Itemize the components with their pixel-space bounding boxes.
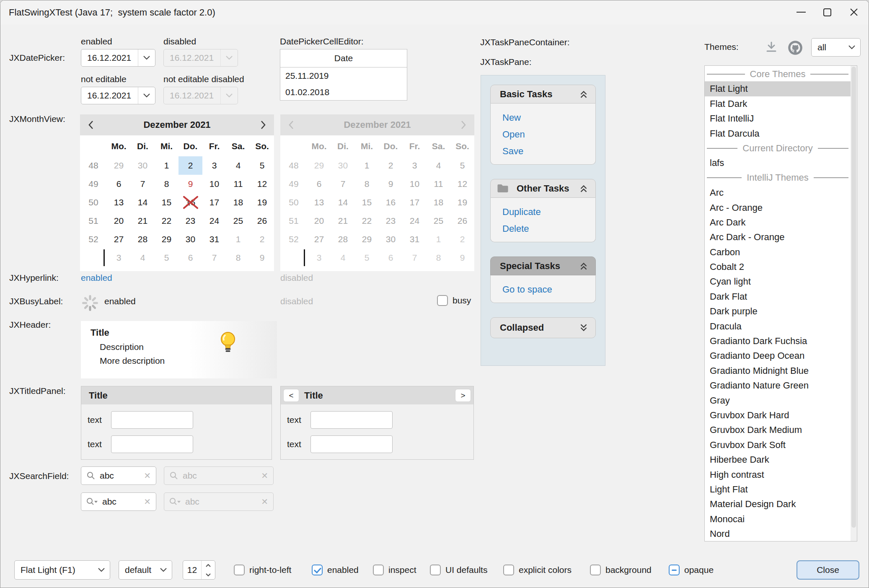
calendar-day-cell[interactable]: 26	[250, 212, 274, 230]
calendar-day-cell[interactable]: 4	[226, 156, 250, 175]
scrollbar[interactable]	[851, 66, 857, 541]
theme-item[interactable]: Gradianto Dark Fuchsia	[705, 334, 851, 348]
theme-item[interactable]: Cyan light	[705, 274, 851, 289]
checkbox-right-to-left[interactable]: right-to-left	[234, 560, 291, 580]
calendar-day-cell[interactable]: 30	[178, 230, 202, 249]
calendar-day-cell[interactable]: 24	[202, 212, 226, 230]
next-month-button[interactable]	[260, 120, 266, 130]
checkbox-box[interactable]	[503, 565, 514, 575]
theme-item[interactable]: Arc	[705, 185, 851, 200]
collapse-icon[interactable]	[578, 89, 589, 100]
theme-item[interactable]: Dark Flat	[705, 289, 851, 304]
taskpane-link[interactable]: Duplicate	[502, 207, 595, 218]
calendar-day-cell[interactable]: 23	[178, 212, 202, 230]
datepicker-dropdown-button[interactable]	[138, 49, 155, 66]
calendar-day-cell[interactable]: 16	[178, 193, 202, 212]
download-icon[interactable]	[764, 40, 779, 57]
calendar-day-cell[interactable]: 27	[107, 230, 131, 249]
datepicker-not-editable[interactable]: 16.12.2021	[81, 87, 155, 104]
datepicker-value[interactable]: 16.12.2021	[81, 49, 138, 66]
spinner-value[interactable]: 12	[183, 561, 201, 579]
calendar-day-cell[interactable]: 10	[202, 175, 226, 193]
theme-item[interactable]: Gruvbox Dark Medium	[705, 422, 851, 437]
checkbox-box[interactable]	[430, 565, 441, 575]
theme-item[interactable]: Light Flat	[705, 482, 851, 497]
calendar-day-cell[interactable]: 31	[202, 230, 226, 249]
font-combo[interactable]: default	[119, 560, 172, 580]
expand-icon[interactable]	[578, 322, 589, 333]
close-button[interactable]: Close	[797, 560, 859, 580]
checkbox-box[interactable]	[437, 295, 448, 306]
calendar-day-cell[interactable]: 12	[250, 175, 274, 193]
theme-item[interactable]: Gradianto Midnight Blue	[705, 363, 851, 378]
taskpane-link[interactable]: Open	[502, 129, 595, 140]
theme-item[interactable]: Flat Light	[705, 81, 851, 96]
checkbox-box[interactable]	[373, 565, 384, 575]
spinner-down-button[interactable]	[202, 570, 215, 579]
calendar-day-cell[interactable]: 4	[131, 249, 155, 267]
spinner-up-button[interactable]	[202, 561, 215, 570]
github-icon[interactable]	[786, 39, 804, 59]
panel-left-button[interactable]: <	[283, 389, 299, 402]
checkbox-box[interactable]	[312, 565, 323, 575]
calendar-day-cell[interactable]: 28	[131, 230, 155, 249]
taskpane-link[interactable]: Save	[502, 146, 595, 157]
calendar-day-cell[interactable]: 9	[250, 249, 274, 267]
clear-icon[interactable]: ✕	[144, 497, 151, 507]
theme-item[interactable]: Carbon	[705, 245, 851, 259]
search-field-enabled[interactable]: abc ✕	[81, 466, 156, 485]
collapse-icon[interactable]	[578, 183, 589, 194]
theme-item[interactable]: Dark purple	[705, 304, 851, 319]
collapse-icon[interactable]	[578, 261, 589, 272]
theme-item[interactable]: Dracula	[705, 319, 851, 334]
calendar-day-cell[interactable]: 8	[155, 175, 178, 193]
calendar-day-cell[interactable]: 21	[131, 212, 155, 230]
calendar-day-cell[interactable]: 29	[107, 156, 131, 175]
calendar-day-cell[interactable]: 7	[131, 175, 155, 193]
checkbox-explicit-colors[interactable]: explicit colors	[503, 560, 572, 580]
calendar-day-cell[interactable]: 7	[202, 249, 226, 267]
calendar-day-cell[interactable]: 2	[250, 230, 274, 249]
calendar-day-cell[interactable]: 2	[178, 156, 202, 175]
search-field-with-menu-enabled[interactable]: abc ✕	[81, 492, 156, 511]
calendar-day-cell[interactable]: 25	[226, 212, 250, 230]
calendar-day-cell[interactable]: 22	[155, 212, 178, 230]
calendar-day-cell[interactable]: 19	[250, 193, 274, 212]
datepicker-enabled[interactable]: 16.12.2021	[81, 49, 155, 67]
theme-item[interactable]: Arc - Orange	[705, 200, 851, 215]
checkbox-enabled[interactable]: enabled	[312, 560, 359, 580]
theme-item[interactable]: Arc Dark	[705, 215, 851, 230]
checkbox-box[interactable]	[234, 565, 245, 575]
scrollbar-thumb[interactable]	[851, 67, 856, 528]
theme-item[interactable]: Monocai	[705, 512, 851, 526]
calendar-day-cell[interactable]: 15	[155, 193, 178, 212]
hyperlink-enabled[interactable]: enabled	[81, 273, 112, 283]
calendar-day-cell[interactable]: 14	[131, 193, 155, 212]
taskpane-header[interactable]: Basic Tasks	[490, 85, 596, 104]
theme-item[interactable]: Cobalt 2	[705, 259, 851, 274]
busy-checkbox[interactable]: busy	[437, 291, 471, 310]
checkbox-ui-defaults[interactable]: UI defaults	[430, 560, 487, 580]
calendar-day-cell[interactable]: 8	[226, 249, 250, 267]
taskpane-header[interactable]: Other Tasks	[490, 179, 596, 198]
taskpane-link[interactable]: New	[502, 112, 595, 123]
calendar-day-cell[interactable]: 20	[107, 212, 131, 230]
text-input[interactable]	[111, 411, 193, 429]
theme-item[interactable]: Hiberbee Dark	[705, 452, 851, 467]
checkbox-opaque[interactable]: opaque	[669, 560, 714, 580]
calendar-day-cell[interactable]: 18	[226, 193, 250, 212]
calendar-day-cell[interactable]: 3	[202, 156, 226, 175]
theme-item[interactable]: Gradianto Nature Green	[705, 378, 851, 393]
clear-icon[interactable]: ✕	[144, 471, 151, 481]
theme-item[interactable]: Arc Dark - Orange	[705, 230, 851, 244]
calendar-day-cell[interactable]: 9	[178, 175, 202, 193]
table-row[interactable]: 25.11.2019	[280, 67, 407, 84]
maximize-button[interactable]	[814, 0, 841, 24]
calendar-day-cell[interactable]: 17	[202, 193, 226, 212]
theme-item[interactable]: Flat Darcula	[705, 126, 851, 141]
taskpane-link[interactable]: Go to space	[502, 284, 595, 295]
search-input[interactable]: abc	[100, 471, 140, 481]
theme-item[interactable]: Gruvbox Dark Hard	[705, 408, 851, 422]
calendar-day-cell[interactable]: 11	[226, 175, 250, 193]
calendar-day-cell[interactable]: 30	[131, 156, 155, 175]
